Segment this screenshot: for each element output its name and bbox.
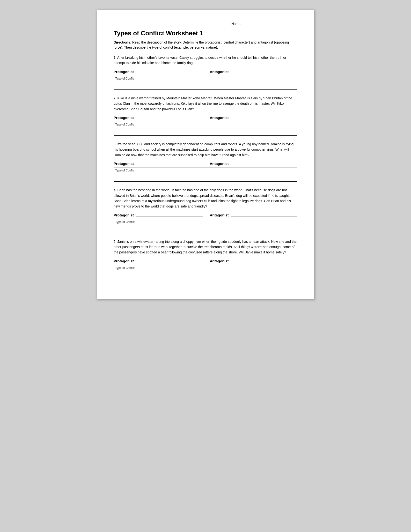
worksheet-title: Types of Conflict Worksheet 1	[114, 29, 297, 37]
antagonist-input-5[interactable]	[231, 262, 297, 262]
protagonist-label-4: Protagonist	[114, 213, 134, 217]
protagonist-input-1[interactable]	[136, 73, 203, 73]
conflict-label-2: Type of Conflict	[115, 123, 296, 126]
antagonist-label-2: Antagonist	[210, 116, 229, 120]
fields-row-3: Protagonist: Antagonist:	[114, 162, 297, 166]
conflict-box-3[interactable]: Type of Conflict	[114, 168, 297, 182]
directions-label: Directions:	[114, 40, 131, 44]
question-4: 4. Brian has the best dog in the world. …	[114, 187, 297, 233]
story-text-3: 3. It's the year 3030 and society is com…	[114, 142, 297, 158]
conflict-box-1[interactable]: Type of Conflict	[114, 76, 297, 90]
antagonist-input-4[interactable]	[231, 216, 297, 216]
directions: Directions: Read the description of the …	[114, 40, 297, 50]
story-text-2: 2. Kiko is a ninja warrior trained by Mo…	[114, 95, 297, 112]
conflict-box-5[interactable]: Type of Conflict	[114, 265, 297, 279]
fields-row-2: Protagonist: Antagonist:	[114, 116, 297, 120]
worksheet-page: Name: Types of Conflict Worksheet 1 Dire…	[97, 10, 314, 299]
name-field-row: Name:	[114, 22, 297, 26]
protagonist-label-2: Protagonist	[114, 116, 134, 120]
question-1: 1. After breaking his mother's favorite …	[114, 55, 297, 90]
antagonist-label-5: Antagonist	[210, 259, 229, 263]
conflict-box-4[interactable]: Type of Conflict	[114, 219, 297, 233]
protagonist-input-2[interactable]	[136, 119, 203, 119]
story-text-5: 5. Janie is on a whitewater-rafting trip…	[114, 239, 297, 255]
conflict-label-5: Type of Conflict	[115, 266, 296, 270]
antagonist-input-1[interactable]	[231, 73, 297, 73]
antagonist-input-3[interactable]	[231, 165, 297, 165]
antagonist-label-4: Antagonist	[210, 213, 229, 217]
fields-row-5: Protagonist: Antagonist:	[114, 259, 297, 263]
question-2: 2. Kiko is a ninja warrior trained by Mo…	[114, 95, 297, 136]
protagonist-label-1: Protagonist	[114, 70, 134, 74]
conflict-box-2[interactable]: Type of Conflict	[114, 122, 297, 136]
protagonist-input-4[interactable]	[136, 216, 203, 216]
story-text-4: 4. Brian has the best dog in the world. …	[114, 187, 297, 209]
name-underline[interactable]	[243, 25, 296, 25]
antagonist-input-2[interactable]	[231, 119, 297, 119]
protagonist-input-5[interactable]	[136, 262, 203, 262]
story-text-1: 1. After breaking his mother's favorite …	[114, 55, 297, 66]
conflict-label-4: Type of Conflict	[115, 220, 296, 224]
protagonist-label-5: Protagonist	[114, 259, 134, 263]
name-label: Name:	[231, 22, 241, 26]
protagonist-input-3[interactable]	[136, 165, 203, 165]
antagonist-label-1: Antagonist	[210, 70, 229, 74]
question-3: 3. It's the year 3030 and society is com…	[114, 142, 297, 182]
protagonist-label-3: Protagonist	[114, 162, 134, 166]
antagonist-label-3: Antagonist	[210, 162, 229, 166]
directions-text: Read the description of the story. Deter…	[114, 40, 289, 49]
question-5: 5. Janie is on a whitewater-rafting trip…	[114, 239, 297, 279]
conflict-label-3: Type of Conflict	[115, 169, 296, 172]
conflict-label-1: Type of Conflict	[115, 77, 296, 80]
fields-row-4: Protagonist: Antagonist:	[114, 213, 297, 217]
fields-row-1: Protagonist: Antagonist:	[114, 70, 297, 74]
